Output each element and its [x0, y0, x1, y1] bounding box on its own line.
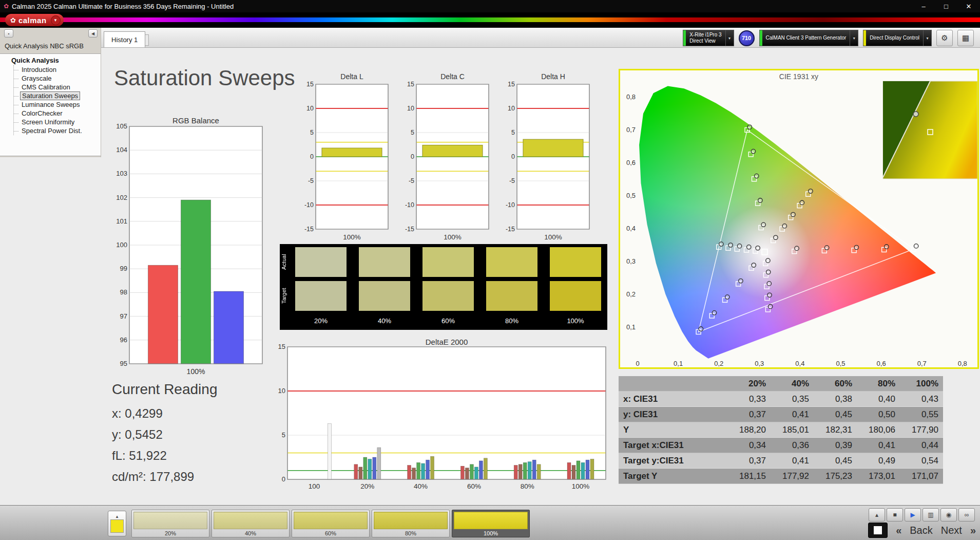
- table-row-x-cie31: x: CIE310,330,350,380,400,43: [619, 392, 943, 407]
- svg-text:100%: 100%: [187, 367, 205, 376]
- measurement-table: 20%40%60%80%100%x: CIE310,330,350,380,40…: [619, 376, 943, 484]
- sidebar-item-luminance-sweeps[interactable]: Luminance Sweeps: [14, 100, 101, 109]
- cie-measured-circle: [824, 246, 829, 250]
- cie-measured-circle: [767, 293, 772, 297]
- svg-text:100%: 100%: [343, 233, 361, 241]
- sidebar-item-grayscale[interactable]: Grayscale: [14, 74, 101, 83]
- cie-measured-circle: [761, 222, 765, 227]
- back-button[interactable]: Back: [910, 525, 932, 536]
- table-cell: 0,45: [814, 453, 857, 469]
- svg-text:10: 10: [508, 105, 515, 112]
- table-row-y-cie31: y: CIE310,370,410,450,500,55: [619, 407, 943, 422]
- back-chevron-icon[interactable]: «: [896, 525, 901, 536]
- current-reading-values: x: 0,4299y: 0,5452fL: 51,922cd/m²: 177,8…: [112, 403, 217, 487]
- minimize-button[interactable]: –: [912, 0, 935, 12]
- cie-measured-circle: [766, 270, 771, 274]
- workspace-layout-button[interactable]: ▦: [957, 30, 974, 46]
- up-button[interactable]: ▴: [869, 508, 885, 522]
- sidebar-item-spectral-power-dist[interactable]: Spectral Power Dist.: [14, 126, 101, 135]
- pattern-window-button[interactable]: [868, 523, 888, 538]
- svg-text:-15: -15: [506, 226, 515, 233]
- delta-chart-delta-c: Delta C-15-10-5051015100%: [401, 72, 491, 244]
- svg-text:0,4: 0,4: [795, 360, 804, 367]
- sidebar-item-label: Spectral Power Dist.: [20, 127, 84, 135]
- table-cell: 0,37: [727, 407, 771, 422]
- pattern-swatch-100[interactable]: 100%: [452, 510, 530, 537]
- table-cell: 188,20: [727, 422, 771, 438]
- maximize-button[interactable]: □: [935, 0, 957, 12]
- svg-text:-10: -10: [405, 201, 414, 209]
- meter-caret-icon[interactable]: ▾: [725, 30, 734, 46]
- loop-button[interactable]: ∞: [958, 508, 975, 522]
- sidebar-item-colorchecker[interactable]: ColorChecker: [14, 109, 101, 118]
- cie-1931-panel: CIE 1931 xy 00,10,20,30,40,50,60,70,80,1…: [619, 69, 979, 369]
- table-row-y: Y188,20185,01182,31180,06177,90: [619, 422, 943, 438]
- display-control-dropdown[interactable]: Direct Display Control▾: [863, 30, 932, 46]
- sidebar-collapse-button[interactable]: ◀: [88, 29, 98, 38]
- cie-measured-circle: [800, 200, 804, 204]
- sidebar-item-introduction[interactable]: Introduction: [14, 65, 101, 74]
- calman-logo-menu[interactable]: ✿ calman ▾: [5, 14, 64, 26]
- display-control-caret-icon[interactable]: ▾: [923, 30, 931, 46]
- svg-text:15: 15: [407, 81, 414, 88]
- svg-text:-5: -5: [509, 177, 515, 184]
- svg-text:0: 0: [282, 475, 285, 483]
- cie-chart-title: CIE 1931 xy: [620, 72, 977, 81]
- play-button[interactable]: ▶: [905, 508, 921, 522]
- cie-measured-circle: [728, 243, 733, 247]
- pattern-generator-caret-icon[interactable]: ▾: [850, 30, 858, 46]
- stop-button[interactable]: ■: [887, 508, 903, 522]
- row-label: Target x:CIE31: [619, 438, 727, 453]
- settings-gear-button[interactable]: ⚙: [936, 30, 953, 46]
- save-button[interactable]: ▥: [923, 508, 939, 522]
- svg-text:10: 10: [306, 105, 314, 112]
- cie-measured-circle: [719, 242, 723, 246]
- tab-history-1[interactable]: History 1: [104, 31, 145, 47]
- svg-text:0,7: 0,7: [626, 126, 636, 134]
- cie-measured-circle: [756, 246, 760, 250]
- pattern-swatch-color: [374, 512, 448, 529]
- table-cell: 0,39: [814, 438, 857, 453]
- svg-text:Delta C: Delta C: [440, 72, 465, 81]
- inset-measured-circle: [913, 111, 918, 117]
- svg-text:5: 5: [282, 431, 285, 439]
- mini-pattern-button[interactable]: ▴: [108, 511, 126, 536]
- cie-measured-circle: [755, 174, 759, 178]
- cie-1931-svg: 00,10,20,30,40,50,60,70,80,10,20,30,40,5…: [620, 70, 977, 367]
- table-cell: 182,31: [814, 422, 857, 438]
- window-title: Calman 2025 Calman Ultimate for Business…: [12, 3, 912, 10]
- sidebar-item-cms-calibration[interactable]: CMS Calibration: [14, 83, 101, 91]
- pattern-swatch-80[interactable]: 80%: [372, 510, 450, 537]
- pattern-swatch-60[interactable]: 60%: [292, 510, 370, 537]
- table-cell: 0,55: [900, 407, 943, 422]
- cie-measured-circle: [767, 282, 771, 286]
- cie-measured-circle: [747, 125, 752, 129]
- svg-text:10: 10: [407, 105, 414, 112]
- sidebar-item-screen-uniformity[interactable]: Screen Uniformity: [14, 118, 101, 126]
- workflow-title: Quick Analysis NBC sRGB: [5, 42, 84, 50]
- close-button[interactable]: ✕: [957, 0, 980, 12]
- pattern-swatch-20[interactable]: 20%: [131, 510, 209, 537]
- next-button[interactable]: Next: [941, 525, 962, 536]
- rainbow-strip: [0, 17, 980, 22]
- svg-text:97: 97: [120, 312, 127, 320]
- target-row-label: Target: [281, 281, 288, 311]
- cie-measured-circle: [699, 327, 703, 331]
- cie-measured-circle: [747, 245, 751, 249]
- preview-button[interactable]: ◉: [940, 508, 957, 522]
- svg-text:-15: -15: [304, 226, 314, 233]
- next-chevron-icon[interactable]: »: [970, 525, 976, 536]
- pattern-swatch-40[interactable]: 40%: [212, 510, 290, 537]
- logo-menu-caret-icon[interactable]: ▾: [51, 15, 61, 25]
- table-cell: 0,50: [857, 407, 900, 422]
- row-label: Y: [619, 422, 727, 438]
- target-swatch-40%: [359, 281, 410, 311]
- sidebar-options-button[interactable]: •: [4, 29, 13, 38]
- sidebar-root-quick-analysis[interactable]: Quick Analysis: [0, 56, 101, 65]
- sidebar-item-saturation-sweeps[interactable]: Saturation Sweeps: [14, 91, 101, 100]
- pattern-generator-dropdown[interactable]: CalMAN Client 3 Pattern Generator▾: [759, 30, 859, 46]
- sidebar-item-label: Grayscale: [20, 75, 53, 82]
- meter-dropdown[interactable]: X-Rite i1Pro 3Direct View▾: [683, 30, 734, 46]
- table-cell: 0,54: [900, 453, 943, 469]
- svg-text:5: 5: [310, 129, 314, 136]
